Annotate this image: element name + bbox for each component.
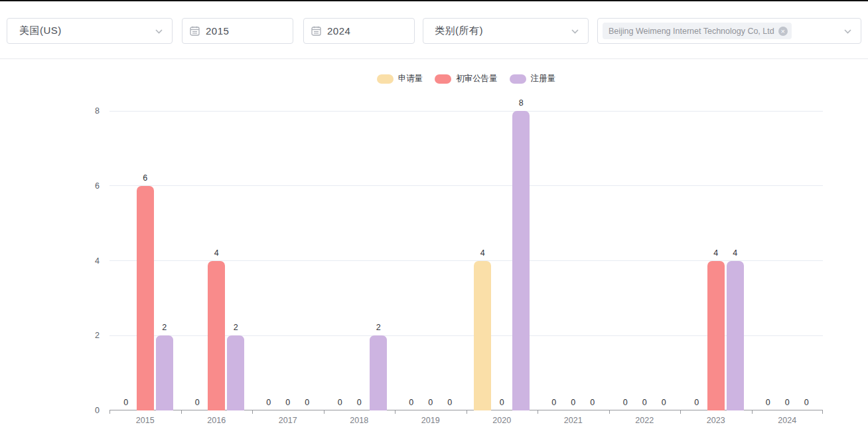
x-axis-tick bbox=[252, 410, 253, 414]
category-select[interactable]: 类别(所有) bbox=[423, 18, 589, 44]
bar-初审公告量-2015[interactable] bbox=[137, 186, 154, 410]
bar-value-label: 2 bbox=[222, 323, 249, 332]
x-axis-tick bbox=[752, 410, 753, 414]
y-axis-tick-label: 6 bbox=[77, 181, 100, 191]
bar-value-label: 0 bbox=[488, 398, 515, 407]
x-axis-tick bbox=[395, 410, 396, 414]
bar-value-label: 0 bbox=[184, 398, 210, 407]
bar-value-label: 0 bbox=[346, 398, 372, 407]
country-select[interactable]: 美国(US) bbox=[7, 18, 173, 44]
chevron-down-icon bbox=[843, 27, 852, 35]
y-axis: 02468 bbox=[77, 111, 100, 410]
bar-初审公告量-2016[interactable] bbox=[208, 261, 225, 411]
calendar-icon bbox=[190, 26, 200, 36]
x-axis-tick bbox=[467, 410, 467, 414]
bar-value-label: 0 bbox=[275, 398, 301, 407]
bar-value-label: 4 bbox=[722, 248, 749, 258]
bar-chart: 02468 2015062201604220170002018002201900… bbox=[0, 1, 868, 445]
bar-value-label: 0 bbox=[417, 398, 444, 407]
country-select-value: 美国(US) bbox=[19, 25, 62, 37]
bar-value-label: 8 bbox=[508, 98, 534, 108]
bar-value-label: 4 bbox=[469, 248, 496, 258]
bar-注册量-2020[interactable] bbox=[512, 111, 530, 410]
bar-value-label: 0 bbox=[684, 398, 710, 407]
x-axis-tick-label: 2024 bbox=[752, 416, 824, 425]
x-axis-tick bbox=[181, 410, 182, 414]
bar-value-label: 0 bbox=[326, 398, 353, 407]
x-axis-tick bbox=[538, 410, 538, 414]
bar-注册量-2016[interactable] bbox=[227, 335, 244, 410]
company-select[interactable]: Beijing Weimeng Internet Technology Co, … bbox=[597, 18, 861, 44]
bar-value-label: 0 bbox=[437, 398, 463, 407]
legend-item-applications[interactable]: 申请量 bbox=[377, 73, 423, 84]
bar-value-label: 0 bbox=[398, 398, 425, 407]
bar-value-label: 0 bbox=[755, 398, 781, 407]
x-axis-tick-label: 2020 bbox=[467, 416, 538, 425]
chevron-down-icon bbox=[155, 27, 163, 35]
bar-value-label: 0 bbox=[631, 398, 658, 407]
bar-value-label: 0 bbox=[793, 398, 820, 407]
x-axis-tick-label: 2019 bbox=[395, 416, 467, 425]
y-axis-tick-label: 2 bbox=[77, 330, 100, 341]
x-axis-tick bbox=[680, 410, 681, 414]
chevron-down-icon bbox=[571, 27, 579, 35]
x-axis-tick-label: 2015 bbox=[109, 416, 181, 425]
bar-value-label: 0 bbox=[541, 398, 567, 407]
category-select-value: 类别(所有) bbox=[435, 25, 483, 37]
bar-value-label: 6 bbox=[132, 173, 159, 183]
legend-swatch-applications bbox=[377, 74, 394, 84]
bar-申请量-2020[interactable] bbox=[474, 261, 491, 411]
divider bbox=[0, 58, 868, 59]
end-year-input[interactable]: 2024 bbox=[303, 18, 415, 44]
gridline bbox=[109, 185, 823, 186]
remove-tag-icon[interactable]: × bbox=[778, 27, 788, 36]
y-axis-tick-label: 8 bbox=[77, 106, 100, 116]
bar-value-label: 0 bbox=[774, 398, 800, 407]
company-tag: Beijing Weimeng Internet Technology Co, … bbox=[603, 23, 792, 39]
x-axis-tick-label: 2022 bbox=[609, 416, 681, 425]
bar-value-label: 0 bbox=[612, 398, 638, 407]
bar-注册量-2023[interactable] bbox=[727, 261, 744, 411]
gridline bbox=[109, 111, 823, 112]
bar-value-label: 4 bbox=[203, 248, 230, 258]
bar-value-label: 0 bbox=[650, 398, 677, 407]
bar-注册量-2015[interactable] bbox=[156, 335, 173, 410]
plot-area: 2015062201604220170002018002201900020204… bbox=[109, 111, 823, 410]
legend-swatch-preliminary-approvals bbox=[435, 74, 451, 84]
bar-value-label: 2 bbox=[151, 323, 178, 332]
x-axis-tick bbox=[109, 410, 110, 414]
y-axis-tick-label: 4 bbox=[77, 256, 100, 266]
x-axis-tick bbox=[609, 410, 610, 414]
bar-value-label: 0 bbox=[255, 398, 282, 407]
company-tag-label: Beijing Weimeng Internet Technology Co, … bbox=[609, 27, 774, 36]
bar-注册量-2018[interactable] bbox=[370, 335, 387, 410]
end-year-value: 2024 bbox=[327, 25, 350, 37]
x-axis-tick bbox=[822, 410, 823, 414]
bar-value-label: 0 bbox=[294, 398, 321, 407]
x-axis-tick-label: 2021 bbox=[538, 416, 609, 425]
chart-legend: 申请量 初审公告量 注册量 bbox=[109, 73, 823, 84]
x-axis-tick-label: 2016 bbox=[181, 416, 253, 425]
page: 美国(US) 2015 2024 类别(所有) Beijing bbox=[0, 0, 868, 445]
x-axis-tick-label: 2017 bbox=[252, 416, 324, 425]
bar-value-label: 0 bbox=[113, 398, 139, 407]
start-year-value: 2015 bbox=[206, 25, 229, 37]
legend-label: 初审公告量 bbox=[456, 73, 498, 84]
legend-label: 申请量 bbox=[398, 73, 423, 84]
calendar-icon bbox=[311, 26, 321, 36]
y-axis-tick-label: 0 bbox=[77, 405, 100, 416]
legend-item-preliminary-approvals[interactable]: 初审公告量 bbox=[435, 73, 498, 84]
legend-label: 注册量 bbox=[531, 73, 556, 84]
x-axis-tick bbox=[324, 410, 325, 414]
legend-item-registrations[interactable]: 注册量 bbox=[510, 73, 556, 84]
bar-value-label: 0 bbox=[579, 398, 606, 407]
bar-value-label: 0 bbox=[560, 398, 587, 407]
x-axis-tick-label: 2018 bbox=[324, 416, 396, 425]
bar-value-label: 2 bbox=[365, 323, 392, 332]
legend-swatch-registrations bbox=[510, 74, 526, 84]
start-year-input[interactable]: 2015 bbox=[182, 18, 293, 44]
bar-初审公告量-2023[interactable] bbox=[707, 261, 725, 411]
x-axis-tick-label: 2023 bbox=[680, 416, 752, 425]
bar-value-label: 4 bbox=[703, 248, 729, 258]
